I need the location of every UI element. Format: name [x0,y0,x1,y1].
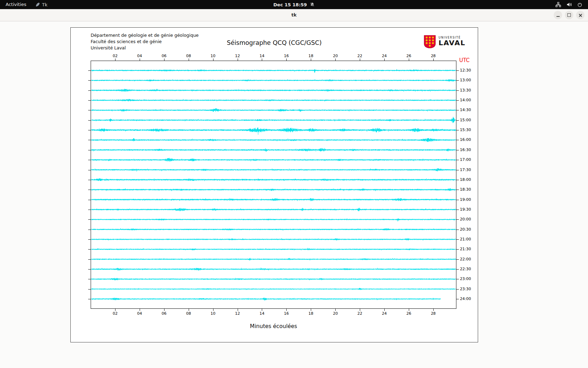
seismograph-canvas-frame: Département de géologie et de génie géol… [70,27,478,342]
trace-time-label: 21:00 [460,237,471,241]
x-tick-label-bottom: 20 [331,311,340,316]
x-tick-bottom [238,309,238,311]
trace-tick-right [456,230,459,230]
x-tick-top [213,59,214,61]
app-indicator-label: Tk [42,2,47,7]
trace-time-label: 14:00 [460,98,471,102]
trace-tick-right [456,239,459,240]
x-tick-label-top: 04 [135,54,144,58]
x-tick-label-bottom: 22 [355,311,364,316]
x-tick-label-top: 12 [233,54,242,58]
trace-tick-right [456,110,459,110]
x-tick-label-top: 02 [111,54,120,58]
x-tick-label-top: 26 [404,54,413,58]
trace-tick-left [88,279,91,279]
trace-tick-left [88,289,91,289]
maximize-icon [567,13,571,17]
x-tick-top [409,59,409,61]
x-axis-title: Minutes écoulées [91,323,456,329]
network-topology-icon[interactable] [555,2,561,7]
trace-tick-left [88,70,91,71]
x-tick-label-bottom: 12 [233,311,242,316]
window-controls [554,11,584,19]
trace-tick-left [88,219,91,220]
clock[interactable]: Dec 15 18:59 [273,0,315,9]
trace-tick-left [88,140,91,140]
x-tick-top [238,59,238,61]
activities-button[interactable]: Activities [2,0,30,9]
trace-tick-right [456,140,459,140]
x-tick-label-bottom: 16 [282,311,291,316]
trace-tick-right [456,150,459,150]
trace-time-label: 23:30 [460,287,471,291]
power-icon[interactable] [577,2,582,7]
app-indicator-tk[interactable]: Tk [35,0,47,9]
laval-logo-text: UNIVERSITÉ LAVAL [439,35,465,47]
trace-tick-left [88,80,91,81]
top-bar: Activities Tk Dec 15 18:59 [0,0,588,9]
x-tick-top [189,59,189,61]
trace-tick-right [456,120,459,121]
x-tick-label-top: 20 [331,54,340,58]
institution-line-1: Département de géologie et de génie géol… [91,32,199,39]
x-tick-top [360,59,360,61]
x-tick-label-bottom: 06 [160,311,169,316]
x-tick-label-bottom: 14 [257,311,266,316]
trace-tick-right [456,170,459,170]
x-tick-label-bottom: 04 [135,311,144,316]
trace-tick-right [456,190,459,190]
volume-icon[interactable] [566,2,572,7]
window-titlebar: tk [0,9,588,21]
x-tick-label-top: 08 [184,54,193,58]
minimize-button[interactable] [554,11,562,19]
x-tick-bottom [213,309,214,311]
trace-time-label: 15:00 [460,118,471,122]
laval-shield-icon [424,35,436,50]
x-tick-top [164,59,164,61]
trace-tick-left [88,239,91,240]
x-tick-top [384,59,385,61]
trace-tick-left [88,200,91,200]
trace-time-label: 17:00 [460,157,471,162]
tk-feather-icon [35,2,40,7]
logo-laval-label: LAVAL [439,39,465,47]
x-tick-bottom [409,309,409,311]
x-tick-top [335,59,336,61]
x-tick-bottom [360,309,360,311]
maximize-button[interactable] [565,11,573,19]
x-tick-label-top: 16 [282,54,291,58]
x-tick-bottom [384,309,385,311]
trace-tick-right [456,269,459,270]
x-tick-label-bottom: 08 [184,311,193,316]
trace-tick-left [88,150,91,150]
x-tick-bottom [433,309,434,311]
x-tick-label-bottom: 28 [429,311,438,316]
x-tick-bottom [115,309,115,311]
system-status-area [552,0,586,9]
helicorder-plot [91,61,456,309]
x-tick-top [115,59,115,61]
x-tick-bottom [286,309,287,311]
close-button[interactable] [576,11,584,19]
trace-tick-right [456,249,459,250]
trace-tick-left [88,269,91,270]
x-tick-label-bottom: 24 [380,311,389,316]
x-tick-bottom [335,309,336,311]
trace-tick-right [456,299,459,299]
trace-tick-left [88,249,91,250]
x-tick-bottom [140,309,140,311]
x-tick-top [140,59,140,61]
trace-tick-right [456,180,459,180]
x-tick-top [311,59,311,61]
trace-tick-right [456,70,459,71]
trace-time-label: 19:00 [460,197,471,202]
trace-time-label: 22:30 [460,267,471,271]
x-tick-label-top: 18 [306,54,315,58]
trace-time-label: 12:30 [460,68,471,73]
trace-time-label: 15:30 [460,128,471,132]
x-tick-bottom [311,309,311,311]
trace-time-label: 16:00 [460,137,471,142]
trace-tick-left [88,190,91,190]
trace-tick-left [88,160,91,160]
x-tick-label-bottom: 10 [209,311,218,316]
